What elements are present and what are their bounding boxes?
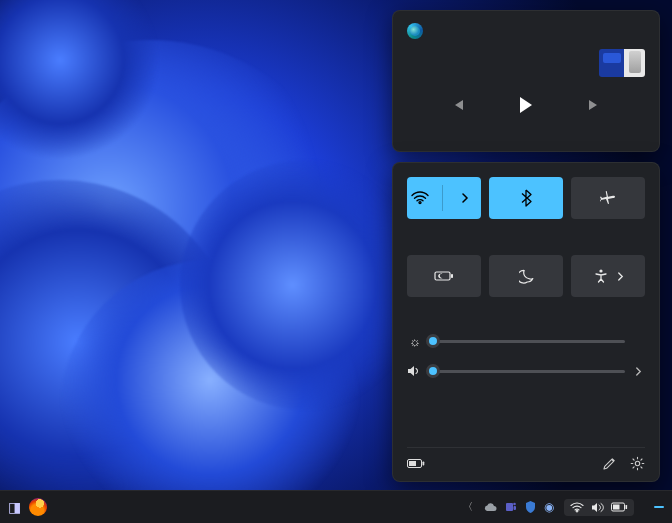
svg-rect-12	[613, 505, 620, 510]
taskbar: ◨ 〈 ◉	[0, 490, 672, 523]
chevron-right-icon	[617, 272, 624, 281]
wifi-icon	[411, 191, 429, 205]
brightness-icon: ☼	[407, 334, 423, 349]
tray-icon-teams[interactable]	[505, 501, 517, 513]
play-button[interactable]	[516, 95, 536, 115]
tray-icon-location[interactable]: ◉	[544, 500, 554, 514]
firefox-taskbar-button[interactable]	[29, 498, 47, 516]
volume-output-button[interactable]	[635, 367, 645, 376]
open-settings-button[interactable]	[630, 456, 645, 471]
wifi-expand-button[interactable]	[453, 193, 473, 203]
gear-icon	[630, 456, 645, 471]
chevron-right-icon	[635, 367, 642, 376]
quick-settings-panel: ☼	[392, 162, 660, 482]
svg-rect-9	[514, 506, 517, 510]
edit-quick-settings-button[interactable]	[602, 457, 616, 471]
svg-rect-11	[626, 505, 628, 509]
wifi-icon	[570, 502, 584, 513]
next-track-button[interactable]	[584, 95, 604, 115]
volume-icon	[407, 365, 423, 377]
svg-rect-4	[423, 462, 425, 466]
system-tray: ◉	[483, 500, 554, 514]
svg-rect-7	[506, 503, 513, 511]
svg-point-6	[635, 461, 639, 465]
volume-icon	[591, 502, 604, 513]
battery-status[interactable]	[407, 458, 431, 469]
tray-overflow-button[interactable]: 〈	[463, 500, 473, 514]
previous-track-button[interactable]	[448, 95, 468, 115]
battery-icon	[611, 502, 628, 512]
brightness-slider[interactable]	[433, 333, 625, 349]
bluetooth-tile[interactable]	[489, 177, 563, 219]
pencil-icon	[602, 457, 616, 471]
svg-point-8	[513, 503, 516, 506]
chevron-right-icon	[461, 193, 469, 203]
airplane-icon	[599, 190, 617, 206]
brightness-slider-row: ☼	[407, 333, 645, 349]
volume-slider[interactable]	[433, 363, 625, 379]
tray-icon-onedrive[interactable]	[483, 502, 497, 512]
accessibility-tile[interactable]	[571, 255, 645, 297]
battery-saver-tile[interactable]	[407, 255, 481, 297]
system-indicators-button[interactable]	[564, 499, 634, 516]
svg-rect-0	[435, 272, 450, 280]
svg-rect-5	[409, 461, 416, 466]
accessibility-icon	[593, 268, 609, 284]
focus-assist-tile[interactable]	[489, 255, 563, 297]
media-control-panel	[392, 10, 660, 152]
widgets-corner-button[interactable]: ◨	[6, 499, 23, 515]
volume-slider-row	[407, 363, 645, 379]
media-source-row	[407, 23, 645, 39]
svg-rect-1	[451, 274, 453, 278]
wifi-tile[interactable]	[407, 177, 481, 219]
bluetooth-icon	[520, 189, 532, 207]
notification-count-badge[interactable]	[654, 506, 664, 508]
battery-saver-icon	[434, 270, 454, 282]
play-icon	[520, 97, 532, 113]
media-thumbnail[interactable]	[599, 49, 645, 77]
battery-icon	[407, 458, 425, 469]
moon-icon	[519, 269, 534, 284]
tray-icon-security[interactable]	[525, 501, 536, 513]
svg-point-2	[599, 269, 602, 272]
edge-icon	[407, 23, 423, 39]
airplane-mode-tile[interactable]	[571, 177, 645, 219]
